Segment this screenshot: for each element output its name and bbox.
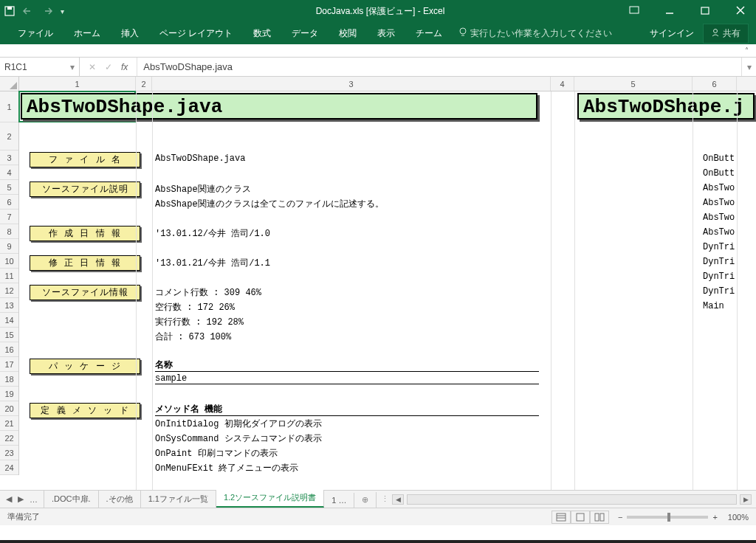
row-header[interactable]: 1 [0, 91, 18, 122]
tab-review[interactable]: 校閲 [329, 27, 367, 40]
hscroll-right-icon[interactable]: ▶ [740, 494, 752, 505]
column-headers[interactable]: 123456 [19, 77, 756, 91]
bottom-edge [0, 540, 756, 543]
tell-me[interactable]: 実行したい作業を入力してください [458, 27, 612, 40]
redo-icon[interactable] [41, 7, 53, 15]
sheet-tabs: .DOC中扉..その他1.1ファイル一覧1.2ソースファイル説明書1 …⊕ [44, 491, 377, 508]
sheet-tab[interactable]: 1.2ソースファイル説明書 [216, 489, 324, 508]
sheet-horizontal-scrollbar[interactable]: ⋮ ◀ ▶ [377, 491, 756, 508]
row-header[interactable]: 20 [0, 401, 18, 416]
sheet-tab[interactable]: 1.1ファイル一覧 [141, 491, 216, 508]
tab-team[interactable]: チーム [405, 27, 453, 40]
row-header[interactable]: 6 [0, 195, 18, 210]
right-col-cell: AbsTwo [703, 183, 735, 193]
svg-rect-10 [557, 513, 566, 521]
zoom-slider[interactable] [627, 516, 708, 519]
cancel-icon[interactable]: ✕ [89, 62, 96, 72]
sheet-tab[interactable]: 1 … [324, 493, 354, 508]
column-header[interactable]: 1 [19, 77, 136, 91]
chevron-down-icon[interactable]: ▾ [70, 62, 75, 72]
row-header[interactable]: 13 [0, 298, 18, 313]
zoom-in-icon[interactable]: + [712, 513, 717, 522]
row-header[interactable]: 22 [0, 431, 18, 446]
row-header[interactable]: 7 [0, 210, 18, 224]
ribbon-collapse-icon[interactable]: ˄ [745, 46, 749, 55]
row-header[interactable]: 23 [0, 446, 18, 460]
view-pagelayout-icon[interactable] [571, 511, 590, 524]
view-pagebreak-icon[interactable] [590, 511, 609, 524]
sheet-nav-more[interactable]: … [30, 495, 38, 504]
formula-input[interactable]: AbsTwoDShape.java [137, 58, 741, 76]
tab-view[interactable]: 表示 [367, 27, 405, 40]
row-header[interactable]: 8 [0, 224, 18, 239]
column-header[interactable]: 3 [152, 77, 551, 91]
row-header[interactable]: 11 [0, 269, 18, 283]
row-header[interactable]: 15 [0, 328, 18, 342]
share-button[interactable]: 共有 [703, 24, 749, 44]
undo-icon[interactable] [22, 7, 34, 15]
row-header[interactable]: 24 [0, 460, 18, 475]
hscroll-track[interactable] [407, 494, 737, 505]
row-header[interactable]: 4 [0, 165, 18, 180]
name-box[interactable]: R1C1 ▾ [0, 58, 80, 76]
row-header[interactable]: 17 [0, 357, 18, 372]
column-header[interactable]: 2 [136, 77, 152, 91]
sheet-tab[interactable]: .その他 [99, 491, 141, 508]
cell-method-header: メソッド名 機能 [155, 403, 539, 416]
row-header[interactable]: 5 [0, 180, 18, 195]
ribbon-collapse-row: ˄ [0, 44, 756, 58]
label-modified: 修 正 日 情 報 [30, 255, 140, 271]
label-src-info: ソースファイル情報 [30, 285, 140, 300]
tab-insert[interactable]: 挿入 [111, 27, 149, 40]
tab-formulas[interactable]: 数式 [243, 27, 281, 40]
row-header[interactable]: 9 [0, 239, 18, 254]
quick-access-toolbar: ▾ [4, 6, 137, 16]
column-header[interactable]: 5 [574, 77, 693, 91]
cell-method-4: OnMenuFExit 終了メニューの表示 [155, 462, 298, 474]
window-controls [623, 6, 752, 17]
row-header[interactable]: 18 [0, 372, 18, 387]
enter-icon[interactable]: ✓ [105, 62, 112, 72]
sheet-tab[interactable]: .DOC中扉. [44, 491, 99, 508]
worksheet-grid[interactable]: 123456 123456789101112131415161718192021… [0, 77, 756, 490]
status-ready: 準備完了 [7, 511, 40, 522]
svg-point-7 [460, 28, 466, 34]
row-header[interactable]: 3 [0, 151, 18, 165]
cell-area[interactable]: AbsTwoDShape.java AbsTwoDShape.j フ ァ イ ル… [19, 91, 756, 490]
formula-expand-icon[interactable]: ▾ [741, 58, 756, 76]
tab-pagelayout[interactable]: ページ レイアウト [149, 27, 243, 40]
right-title-cell: AbsTwoDShape.j [577, 93, 755, 120]
select-all-triangle[interactable] [0, 77, 19, 91]
sheet-nav-prev-icon[interactable]: ◀ [6, 494, 12, 504]
maximize-icon[interactable] [694, 6, 716, 17]
row-header[interactable]: 19 [0, 387, 18, 401]
fx-icon[interactable]: fx [121, 62, 128, 72]
row-header[interactable]: 2 [0, 122, 18, 151]
save-icon[interactable] [4, 6, 15, 16]
zoom-out-icon[interactable]: − [618, 513, 622, 522]
minimize-icon[interactable] [659, 6, 681, 17]
zoom-slider-thumb[interactable] [667, 513, 670, 522]
sheet-tab-separator[interactable]: ⋮ [381, 494, 389, 504]
cell-info-4: 合計 : 673 100% [155, 331, 231, 343]
row-header[interactable]: 12 [0, 283, 18, 298]
tab-home[interactable]: ホーム [63, 27, 111, 40]
hscroll-left-icon[interactable]: ◀ [392, 494, 404, 505]
column-header[interactable]: 4 [551, 77, 574, 91]
close-icon[interactable] [729, 6, 752, 17]
ribbon-display-icon[interactable] [623, 6, 645, 17]
sheet-nav-next-icon[interactable]: ▶ [18, 494, 24, 504]
row-header[interactable]: 16 [0, 342, 18, 357]
row-headers[interactable]: 123456789101112131415161718192021222324 [0, 91, 19, 475]
tab-file[interactable]: ファイル [7, 27, 63, 40]
row-header[interactable]: 21 [0, 416, 18, 431]
row-header[interactable]: 10 [0, 254, 18, 269]
sheet-tab-add[interactable]: ⊕ [354, 492, 377, 508]
row-header[interactable]: 14 [0, 313, 18, 328]
qat-customize-icon[interactable]: ▾ [61, 7, 64, 15]
signin-button[interactable]: サインイン [641, 27, 703, 40]
cell-method-2: OnSysCommand システムコマンドの表示 [155, 432, 322, 445]
tab-data[interactable]: データ [281, 27, 329, 40]
view-normal-icon[interactable] [551, 511, 571, 524]
column-header[interactable]: 6 [693, 77, 737, 91]
